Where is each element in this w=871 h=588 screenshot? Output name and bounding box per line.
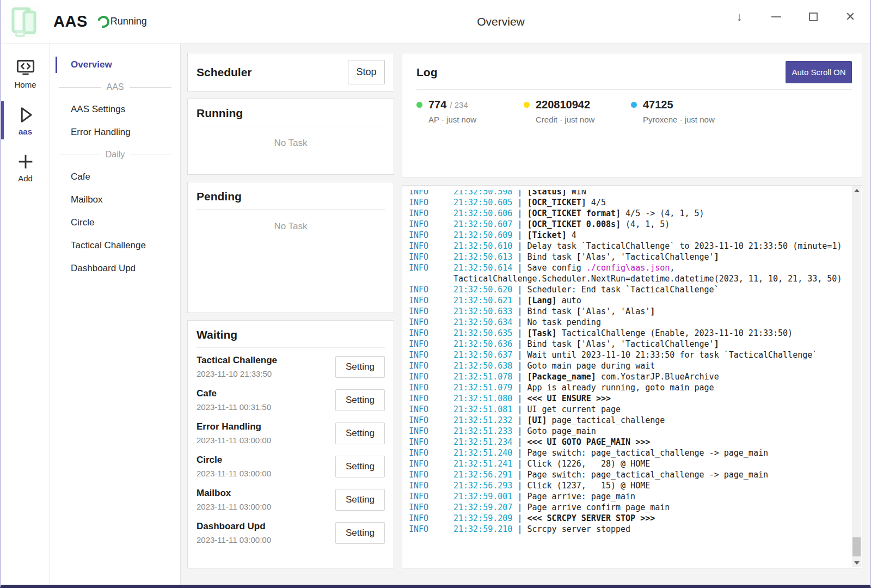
waiting-task-info: Cafe2023-11-11 00:31:50 [197,388,271,412]
waiting-task-name: Tactical Challenge [197,355,277,366]
log-line: INFO21:32:50.614 | Save config ./config\… [409,262,843,284]
running-empty-text: No Task [197,138,385,149]
log-line: INFO21:32:51.232 | [UI] page_tactical_ch… [409,415,843,426]
stat-credit: 220810942Credit - just now [524,99,631,124]
scroll-up-icon[interactable] [852,186,861,195]
log-separator: | [512,219,527,229]
log-line: INFO21:32:59.210 | Scrcpy server stopped [409,524,843,535]
log-timestamp: 21:32:50.606 [453,209,512,218]
log-level: INFO [409,491,453,502]
content-area: Scheduler Stop Running No Task Pending N… [181,44,870,585]
log-separator: | [512,448,527,458]
nav-item-dashboard-upd[interactable]: Dashboard Upd [50,257,180,280]
rail-item-label: aas [19,127,32,136]
log-line: INFO21:32:51.080 | <<< UI ENSURE >>> [409,393,843,404]
scrollbar-thumb[interactable] [852,537,861,556]
scroll-down-icon[interactable] [852,559,861,567]
auto-scroll-toggle-button[interactable]: Auto Scroll ON [786,61,852,83]
nav-item-cafe[interactable]: Cafe [50,166,180,188]
log-timestamp: 21:32:50.614 [453,263,512,273]
running-spinner-icon [95,13,112,29]
log-timestamp: 21:32:56.293 [453,481,512,491]
log-level: INFO [409,513,453,524]
log-timestamp: 21:32:50.621 [453,296,512,305]
log-message: 21:32:56.291 | Page switch: page_tactica… [453,469,843,480]
log-timestamp: 21:32:59.207 [453,503,512,512]
log-panel: INFO21:32:50.598 | [Status] WININFO21:32… [402,185,862,568]
nav-item-label: Overview [71,59,112,70]
stop-button[interactable]: Stop [348,60,385,84]
log-message: 21:32:51.080 | <<< UI ENSURE >>> [453,393,843,404]
log-timestamp: 21:32:51.233 [453,426,512,436]
setting-button-mailbox[interactable]: Setting [335,489,385,511]
log-separator: | [512,513,527,523]
pending-empty-text: No Task [197,221,385,232]
log-line: INFO21:32:59.207 | Page arrive confirm p… [409,502,843,513]
waiting-task-row: Mailbox2023-11-11 03:00:00Setting [197,483,385,516]
active-indicator [1,101,4,139]
rail-item-aas[interactable]: aas [1,100,50,140]
log-separator: | [512,437,527,447]
plus-icon [16,152,35,171]
log-line: INFO21:32:56.291 | Page switch: page_tac… [409,469,843,480]
log-message: 21:32:51.241 | Click (1226, 28) @ HOME [453,458,843,469]
log-separator: | [512,503,527,512]
waiting-task-next-run: 2023-11-11 03:00:00 [197,502,271,511]
log-message: 21:32:50.606 | [OCR_TICKET format] 4/5 -… [453,208,843,219]
nav-item-circle[interactable]: Circle [50,211,180,234]
log-timestamp: 21:32:50.636 [453,339,512,349]
nav-item-overview[interactable]: Overview [50,53,180,76]
stat-ap: 774/ 234AP - just now [416,99,524,124]
stat-value: 774 [428,99,446,111]
log-line: INFO21:32:50.610 | Delay task `TacticalC… [409,241,843,252]
log-separator: | [512,328,527,338]
nav-item-label: Error Handling [71,127,131,138]
log-timestamp: 21:32:50.634 [453,317,512,327]
play-icon [16,105,35,125]
close-icon[interactable]: ✕ [838,5,862,29]
log-line: INFO21:32:50.621 | [Lang] auto [409,295,843,306]
log-separator: | [512,263,527,273]
log-separator: | [512,459,527,469]
log-level: INFO [409,339,453,350]
log-line: INFO21:32:56.293 | Click (1237, 15) @ HO… [409,480,843,491]
log-timestamp: 21:32:50.598 [453,190,512,197]
download-update-icon[interactable]: ↓ [727,5,751,29]
setting-button-tactical-challenge[interactable]: Setting [335,356,385,378]
log-level: INFO [409,252,453,262]
divider [197,347,385,348]
log-message: 21:32:50.620 | Scheduler: End task `Tact… [453,284,843,295]
pyroxene-dot-icon [631,102,637,108]
rail-item-home[interactable]: Home [1,53,50,94]
nav-section-label: Daily [106,150,125,160]
waiting-task-row: Tactical Challenge2023-11-10 21:33:50Set… [197,350,385,383]
log-timestamp: 21:32:51.079 [453,383,512,393]
log-separator: | [512,209,527,218]
setting-button-dashboard-upd[interactable]: Setting [335,522,385,544]
log-line: INFO21:32:51.078 | [Package_name] com.Yo… [409,371,843,382]
setting-button-error-handling[interactable]: Setting [335,422,385,444]
nav-item-mailbox[interactable]: Mailbox [50,188,180,211]
rail-item-add[interactable]: Add [1,147,50,187]
log-timestamp: 21:32:51.080 [453,394,512,403]
nav-item-tactical-challenge[interactable]: Tactical Challenge [50,234,180,257]
log-timestamp: 21:32:51.234 [453,437,512,447]
log-scrollbar[interactable] [852,186,861,567]
log-timestamp: 21:32:51.232 [453,415,512,425]
log-level: INFO [409,502,453,513]
log-scroll-area[interactable]: INFO21:32:50.598 | [Status] WININFO21:32… [409,190,843,564]
log-timestamp: 21:32:51.241 [453,459,512,469]
nav-item-aas-settings[interactable]: AAS Settings [50,98,180,121]
minimize-icon[interactable] [764,5,788,29]
log-timestamp: 21:32:50.620 [453,285,512,295]
log-timestamp: 21:32:51.240 [453,448,512,458]
log-separator: | [512,252,527,262]
log-timestamp: 21:32:56.291 [453,470,512,480]
divider-line [130,155,171,155]
setting-button-cafe[interactable]: Setting [335,389,385,411]
maximize-icon[interactable] [801,5,825,29]
divider [416,89,852,90]
log-line: INFO21:32:51.233 | Goto page_main [409,426,843,437]
setting-button-circle[interactable]: Setting [335,456,385,477]
nav-item-error-handling[interactable]: Error Handling [50,121,180,144]
